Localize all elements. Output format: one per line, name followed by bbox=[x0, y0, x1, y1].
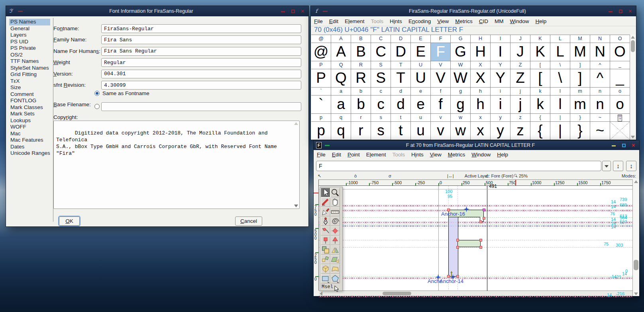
minimize-icon[interactable] bbox=[609, 9, 613, 14]
glyph-cell-c[interactable]: C bbox=[371, 43, 391, 61]
glyph-header-c[interactable]: c bbox=[371, 88, 391, 96]
glyph-header-item[interactable]: ` bbox=[311, 88, 331, 96]
glyph-header-del[interactable]: 00 7F bbox=[610, 114, 630, 122]
cornerpoint-tool[interactable] bbox=[321, 236, 330, 245]
menu-encoding[interactable]: Encoding bbox=[405, 18, 434, 25]
sidebar-item-layers[interactable]: Layers bbox=[9, 32, 50, 39]
sidebar-item-size[interactable]: Size bbox=[9, 84, 50, 91]
glyph-cell-s[interactable]: s bbox=[371, 122, 391, 140]
vscrollbar-thumb[interactable] bbox=[634, 260, 638, 270]
glyph-header-g[interactable]: g bbox=[451, 88, 471, 96]
tangentpoint-tool[interactable] bbox=[330, 236, 340, 245]
family-name-input[interactable] bbox=[101, 35, 301, 44]
close-icon[interactable]: × bbox=[301, 9, 305, 14]
glyph-cell-v[interactable]: v bbox=[431, 122, 451, 140]
scrollbar-thumb[interactable] bbox=[631, 40, 635, 52]
glyph-cell-j[interactable]: j bbox=[510, 96, 530, 114]
sidebar-item-fontlog[interactable]: FONTLOG bbox=[9, 98, 50, 104]
menu-help[interactable]: Help bbox=[532, 18, 550, 25]
glyph-header-item[interactable]: ~ bbox=[590, 114, 610, 122]
control-point[interactable] bbox=[456, 239, 459, 242]
glyph-cell-item[interactable]: [ bbox=[530, 69, 550, 88]
glyph-header-y[interactable]: y bbox=[491, 114, 510, 122]
menu-window[interactable]: Window bbox=[507, 18, 532, 25]
glyph-header-j[interactable]: j bbox=[510, 88, 530, 96]
glyph-stem[interactable] bbox=[448, 210, 458, 277]
fontview-scrollbar[interactable] bbox=[630, 35, 636, 140]
curvepoint-tool[interactable] bbox=[321, 226, 330, 236]
glyph-header-item[interactable]: { bbox=[530, 114, 550, 122]
glyph-cell-d[interactable]: D bbox=[391, 43, 411, 61]
base-filename-input[interactable] bbox=[101, 102, 301, 111]
glyph-header-item[interactable]: [ bbox=[530, 61, 550, 69]
glyph-header-s[interactable]: s bbox=[371, 114, 391, 122]
glyph-header-p[interactable]: P bbox=[311, 61, 331, 69]
glyph-header-h[interactable]: h bbox=[471, 88, 491, 96]
glyph-header-z[interactable]: z bbox=[510, 114, 530, 122]
glyph-cell-l[interactable]: l bbox=[550, 96, 570, 114]
glyph-cell-m[interactable]: m bbox=[570, 96, 590, 114]
vertical-scrollbar[interactable] bbox=[632, 179, 639, 296]
glyph-header-s[interactable]: S bbox=[371, 61, 391, 69]
glyph-cell-a[interactable]: a bbox=[331, 96, 351, 114]
glyph-middle-bar[interactable] bbox=[457, 240, 481, 247]
glyph-header-item[interactable]: _ bbox=[610, 61, 630, 69]
glyph-header-d[interactable]: D bbox=[391, 35, 411, 43]
glyph-cell-e[interactable]: E bbox=[411, 43, 431, 61]
glyph-header-x[interactable]: x bbox=[471, 114, 491, 122]
menu-hints[interactable]: Hints bbox=[387, 18, 405, 25]
ok-button[interactable]: OK bbox=[59, 216, 80, 226]
glyph-cell-k[interactable]: K bbox=[530, 43, 550, 61]
glyph-cell-item[interactable]: \ bbox=[550, 69, 570, 88]
control-point[interactable] bbox=[479, 220, 482, 223]
glyph-cell-i[interactable]: I bbox=[491, 43, 510, 61]
sidebar-item-lookups[interactable]: Lookups bbox=[9, 117, 50, 124]
glyph-header-v[interactable]: V bbox=[431, 61, 451, 69]
sidebar-item-styleset-names[interactable]: StyleSet Names bbox=[9, 65, 50, 72]
sidebar-item-os-2[interactable]: OS/2 bbox=[9, 52, 50, 58]
glyph-header-item[interactable]: } bbox=[570, 114, 590, 122]
glyph-header-m[interactable]: M bbox=[570, 35, 590, 43]
glyph-cell-t[interactable]: t bbox=[391, 122, 411, 140]
scroll-up-icon[interactable] bbox=[631, 36, 635, 39]
glyph-header-a[interactable]: A bbox=[331, 35, 351, 43]
fontview-titlebar[interactable]: f FiraSans-Regular FiraSans-Regular.otf … bbox=[311, 6, 636, 16]
glyph-cell-f[interactable]: f bbox=[431, 96, 451, 114]
glyph-cell-r[interactable]: R bbox=[351, 69, 371, 88]
glyph-cell-e[interactable]: e bbox=[411, 96, 431, 114]
control-point[interactable] bbox=[483, 217, 485, 220]
menu-element[interactable]: Element bbox=[342, 18, 368, 25]
glyph-cell-q[interactable]: q bbox=[331, 122, 351, 140]
sidebar-item-mac[interactable]: Mac bbox=[9, 131, 50, 137]
glyph-cell-p[interactable]: P bbox=[311, 69, 331, 88]
weight-input[interactable] bbox=[101, 58, 301, 67]
cancel-button[interactable]: Cancel bbox=[235, 216, 262, 226]
glyph-header-w[interactable]: w bbox=[451, 114, 471, 122]
glyph-cell-item[interactable]: _ bbox=[610, 69, 630, 88]
glyph-header-f[interactable]: F bbox=[431, 35, 451, 43]
sidebar-item-mac-features[interactable]: Mac Features bbox=[9, 137, 50, 144]
glyph-cell-o[interactable]: O bbox=[610, 43, 630, 61]
glyph-header-m[interactable]: m bbox=[570, 88, 590, 96]
glyph-header-j[interactable]: J bbox=[510, 35, 530, 43]
glyph-cell-x[interactable]: x bbox=[471, 122, 491, 140]
control-point[interactable] bbox=[479, 246, 482, 249]
glyph-header-t[interactable]: T bbox=[391, 61, 411, 69]
glyph-header-k[interactable]: K bbox=[530, 35, 550, 43]
glyph-cell-del[interactable] bbox=[610, 122, 630, 140]
glyph-cell-c[interactable]: c bbox=[371, 96, 391, 114]
sidebar-item-ps-private[interactable]: PS Private bbox=[9, 45, 50, 52]
glyph-cell-q[interactable]: Q bbox=[331, 69, 351, 88]
glyph-header-b[interactable]: b bbox=[351, 88, 371, 96]
glyph-header-f[interactable]: f bbox=[431, 88, 451, 96]
glyph-cell-a[interactable]: A bbox=[331, 43, 351, 61]
glyph-cell-y[interactable]: y bbox=[491, 122, 510, 140]
glyph-header-r[interactable]: r bbox=[351, 114, 371, 122]
freehand-tool[interactable] bbox=[321, 197, 330, 207]
glyph-header-e[interactable]: E bbox=[411, 35, 431, 43]
menu-tools[interactable]: Tools bbox=[368, 18, 387, 25]
magnify-tool[interactable] bbox=[330, 188, 340, 197]
knife-tool[interactable] bbox=[321, 207, 330, 216]
glyph-header-p[interactable]: p bbox=[311, 114, 331, 122]
name-for-human-s-input[interactable] bbox=[101, 47, 301, 56]
